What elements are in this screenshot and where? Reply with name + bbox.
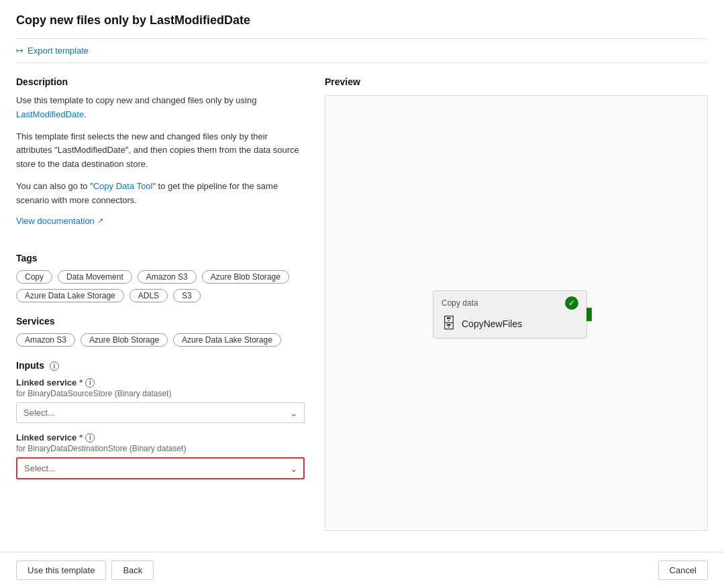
source-linked-service-group: Linked service * i for BinaryDataSourceS…: [16, 377, 305, 423]
export-bar: ↦ Export template: [16, 38, 708, 63]
description-para1: Use this template to copy new and change…: [16, 94, 305, 122]
footer-left-buttons: Use this template Back: [16, 561, 154, 580]
source-linked-service-select[interactable]: Select...: [16, 402, 305, 423]
card-body: 🗄 CopyNewFiles: [442, 315, 578, 333]
view-documentation-link[interactable]: View documentation ↗: [16, 216, 103, 226]
copy-data-card: Copy data ✓ 🗄 CopyNewFiles: [433, 290, 587, 339]
external-link-icon: ↗: [97, 217, 103, 225]
database-icon: 🗄: [442, 315, 456, 333]
source-select-wrapper: Select...: [16, 402, 305, 423]
dest-linked-service-group: Linked service * i for BinaryDataDestina…: [16, 432, 305, 479]
dest-info-icon: i: [85, 433, 95, 443]
tag-chip-data-movement: Data Movement: [58, 270, 132, 284]
last-modified-link[interactable]: LastModifiedDate: [16, 109, 84, 119]
tags-section: Tags Copy Data Movement Amazon S3 Azure …: [16, 253, 305, 302]
footer: Use this template Back Cancel: [0, 552, 724, 588]
service-chip-azure-data-lake: Azure Data Lake Storage: [173, 333, 281, 347]
dest-linked-service-label: Linked service * i: [16, 432, 305, 443]
dest-linked-service-select[interactable]: Select...: [16, 457, 305, 479]
right-panel: Preview Copy data ✓ 🗄 CopyNewFiles: [325, 76, 708, 531]
tags-title: Tags: [16, 253, 305, 263]
inputs-title: Inputs i: [16, 360, 305, 371]
export-icon: ↦: [16, 46, 23, 56]
dest-sublabel: for BinaryDataDestinationStore (Binary d…: [16, 444, 305, 453]
green-rect-indicator: [586, 308, 592, 321]
cancel-button[interactable]: Cancel: [658, 561, 708, 580]
preview-canvas: Copy data ✓ 🗄 CopyNewFiles: [325, 95, 708, 531]
service-chip-amazon-s3: Amazon S3: [16, 333, 75, 347]
tag-list: Copy Data Movement Amazon S3 Azure Blob …: [16, 270, 305, 302]
service-chip-azure-blob: Azure Blob Storage: [81, 333, 168, 347]
services-title: Services: [16, 316, 305, 327]
card-check-icon: ✓: [565, 296, 578, 310]
description-para3: You can also go to "Copy Data Tool" to g…: [16, 180, 305, 208]
copy-data-tool-link[interactable]: Copy Data Tool: [93, 181, 153, 191]
tag-chip-azure-blob: Azure Blob Storage: [202, 270, 289, 284]
description-section: Description Use this template to copy ne…: [16, 76, 305, 239]
use-template-button[interactable]: Use this template: [16, 561, 106, 580]
dest-required-star: *: [79, 432, 83, 443]
tag-chip-adls: ADLS: [130, 289, 168, 302]
source-required-star: *: [79, 377, 83, 388]
card-title: Copy data: [442, 298, 478, 308]
preview-title: Preview: [325, 76, 708, 87]
left-panel: Description Use this template to copy ne…: [16, 76, 305, 531]
page-title: Copy new files only by LastModifiedDate: [16, 13, 708, 27]
inputs-info-icon: i: [50, 361, 59, 371]
services-list: Amazon S3 Azure Blob Storage Azure Data …: [16, 333, 305, 347]
tag-chip-copy: Copy: [16, 270, 52, 284]
description-para2: This template first selects the new and …: [16, 130, 305, 172]
source-linked-service-label: Linked service * i: [16, 377, 305, 388]
tag-chip-amazon-s3: Amazon S3: [138, 270, 197, 284]
tag-chip-azure-data-lake: Azure Data Lake Storage: [16, 289, 124, 302]
tag-chip-s3: S3: [173, 289, 201, 302]
source-sublabel: for BinaryDataSourceStore (Binary datase…: [16, 389, 305, 398]
services-section: Services Amazon S3 Azure Blob Storage Az…: [16, 316, 305, 347]
source-info-icon: i: [85, 378, 95, 388]
inputs-section: Inputs i Linked service * i for BinaryDa…: [16, 360, 305, 480]
export-template-link[interactable]: ↦ Export template: [16, 46, 708, 56]
activity-name: CopyNewFiles: [462, 318, 522, 329]
dest-select-wrapper: Select...: [16, 457, 305, 479]
card-header: Copy data ✓: [442, 296, 578, 310]
back-button[interactable]: Back: [111, 561, 154, 580]
footer-right-buttons: Cancel: [658, 561, 708, 580]
description-title: Description: [16, 76, 305, 87]
